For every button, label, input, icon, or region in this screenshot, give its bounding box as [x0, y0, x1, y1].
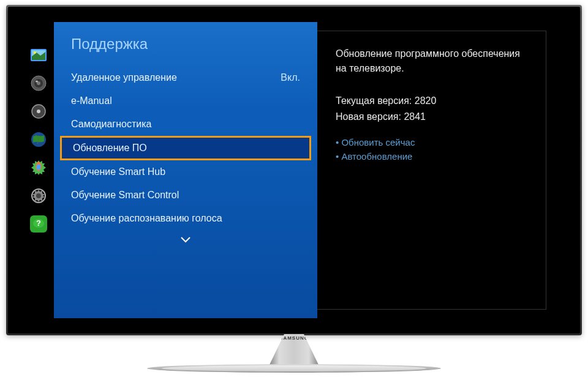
svg-point-6 [36, 81, 38, 83]
current-version-label: Текущая версия: [336, 95, 412, 106]
menu-item-value: Вкл. [281, 72, 300, 83]
current-version-value: 2820 [415, 95, 437, 106]
menu-item-software-update[interactable]: Обновление ПО [60, 136, 311, 160]
info-versions: Текущая версия: 2820 Новая версия: 2841 [336, 93, 527, 124]
tv-stand: SAMSUNG [147, 334, 441, 380]
info-description: Обновление программного обеспечения на т… [336, 47, 527, 76]
menu-item-smart-control-tutorial[interactable]: Обучение Smart Control [54, 184, 317, 207]
settings-icon[interactable] [30, 187, 47, 204]
new-version-value: 2841 [404, 111, 426, 122]
panel-title: Поддержка [54, 35, 317, 66]
svg-text:?: ? [36, 218, 41, 228]
svg-point-8 [37, 110, 40, 113]
sound-icon[interactable] [30, 75, 47, 92]
menu-item-label: Обучение Smart Hub [71, 166, 165, 177]
new-version-label: Новая версия: [336, 111, 401, 122]
settings-panel: Поддержка Удаленное управление Вкл. e-Ma… [54, 22, 317, 318]
menu-item-smart-hub-tutorial[interactable]: Обучение Smart Hub [54, 160, 317, 184]
new-version-line: Новая версия: 2841 [336, 109, 527, 125]
smart-features-icon[interactable] [30, 131, 47, 148]
info-panel: Обновление программного обеспечения на т… [317, 31, 546, 310]
chevron-down-icon[interactable] [54, 230, 317, 248]
system-icon[interactable] [30, 159, 47, 176]
stand-neck: SAMSUNG [270, 334, 318, 365]
info-actions: Обновить сейчас Автообновление [336, 135, 527, 163]
menu-item-label: Удаленное управление [71, 72, 177, 83]
action-update-now[interactable]: Обновить сейчас [336, 135, 527, 149]
menu-item-voice-recognition-tutorial[interactable]: Обучение распознаванию голоса [54, 207, 317, 230]
action-auto-update[interactable]: Автообновление [336, 149, 527, 163]
stand-base-highlight [162, 365, 426, 371]
menu-item-label: Самодиагностика [71, 119, 151, 130]
menu-item-self-diagnosis[interactable]: Самодиагностика [54, 113, 317, 136]
menu-item-emanual[interactable]: e-Manual [54, 89, 317, 113]
current-version-line: Текущая версия: 2820 [336, 93, 527, 109]
picture-icon[interactable] [30, 47, 47, 64]
tv-screen: ? Поддержка Удаленное управление Вкл. e-… [23, 22, 565, 318]
category-sidebar: ? [23, 22, 54, 318]
menu-item-label: Обучение распознаванию голоса [71, 213, 222, 224]
tv-bezel: ? Поддержка Удаленное управление Вкл. e-… [6, 5, 582, 335]
tv-inner-bezel: ? Поддержка Удаленное управление Вкл. e-… [8, 7, 580, 333]
menu-item-label: Обновление ПО [73, 143, 147, 154]
network-icon[interactable] [30, 103, 47, 120]
support-icon[interactable]: ? [30, 215, 47, 233]
menu-list: Удаленное управление Вкл. e-Manual Самод… [54, 66, 317, 230]
brand-logo: SAMSUNG [279, 335, 309, 341]
menu-item-label: e-Manual [71, 95, 112, 106]
menu-item-label: Обучение Smart Control [71, 190, 179, 201]
menu-item-remote-management[interactable]: Удаленное управление Вкл. [54, 66, 317, 89]
svg-rect-10 [37, 165, 40, 170]
svg-point-12 [36, 193, 41, 198]
